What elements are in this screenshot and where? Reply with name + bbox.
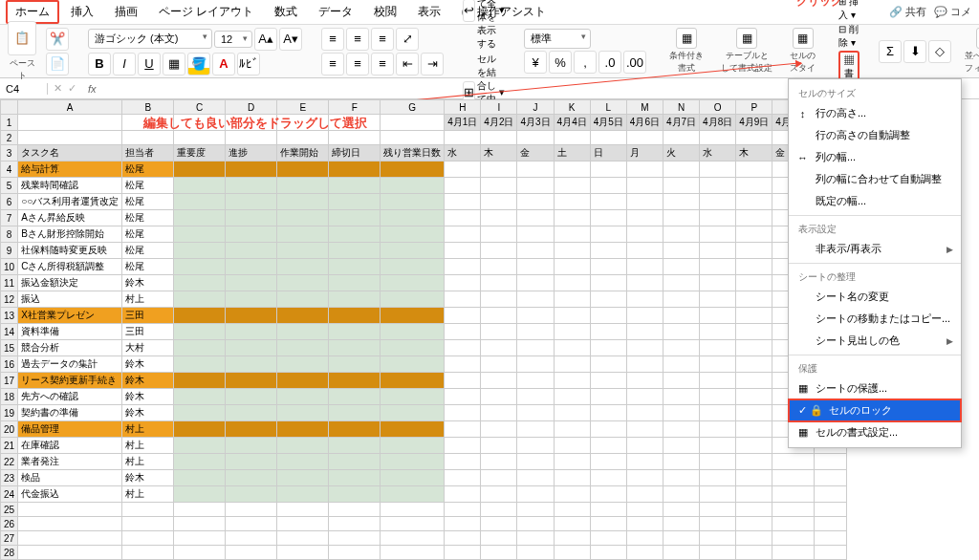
col-header[interactable]: O: [700, 100, 736, 115]
cell[interactable]: [329, 405, 381, 421]
cell[interactable]: [517, 356, 554, 373]
cell[interactable]: [626, 210, 663, 226]
cell[interactable]: [700, 324, 736, 340]
cell[interactable]: [590, 486, 626, 503]
cell[interactable]: 松尾: [122, 243, 174, 259]
cell[interactable]: [700, 356, 736, 373]
cell[interactable]: [554, 517, 590, 531]
cell[interactable]: [517, 131, 554, 145]
cell[interactable]: [174, 531, 226, 546]
cell[interactable]: [329, 308, 381, 324]
cell[interactable]: [626, 291, 663, 308]
cell[interactable]: [329, 531, 381, 546]
phonetic-button[interactable]: ﾙﾋﾞ: [237, 53, 260, 75]
cell[interactable]: [590, 291, 626, 308]
indent-dec-icon[interactable]: ⇤: [396, 53, 419, 75]
dd-default-width[interactable]: 既定の幅...: [789, 190, 961, 212]
cell[interactable]: 4月3日: [517, 115, 554, 131]
cell[interactable]: [481, 340, 517, 356]
cell[interactable]: [445, 259, 481, 275]
cell[interactable]: [381, 470, 445, 486]
orientation-icon[interactable]: ⤢: [396, 28, 419, 51]
cell[interactable]: [554, 340, 590, 356]
cell[interactable]: [554, 243, 590, 259]
cell[interactable]: [18, 531, 122, 546]
cell[interactable]: 水: [700, 145, 736, 162]
cell[interactable]: [517, 243, 554, 259]
cell[interactable]: [626, 531, 663, 546]
cell[interactable]: [174, 517, 226, 531]
cell[interactable]: [663, 308, 699, 324]
cell[interactable]: 三田: [122, 324, 174, 340]
cell[interactable]: 村上: [122, 421, 174, 438]
row-header[interactable]: 18: [1, 389, 18, 405]
align-top-icon[interactable]: ≡: [321, 28, 344, 51]
cell[interactable]: [226, 324, 277, 340]
cell[interactable]: [381, 178, 445, 194]
cell[interactable]: [590, 131, 626, 145]
cell[interactable]: 4月1日: [445, 115, 481, 131]
row-header[interactable]: 9: [1, 243, 18, 259]
cell[interactable]: [226, 162, 277, 178]
number-format-select[interactable]: 標準: [524, 29, 591, 49]
cell[interactable]: [277, 438, 329, 454]
cell[interactable]: [772, 503, 815, 517]
cell[interactable]: 木: [736, 145, 772, 162]
dd-row-autofit[interactable]: 行の高さの自動調整: [789, 124, 961, 146]
italic-button[interactable]: I: [113, 53, 136, 75]
menu-review[interactable]: 校閲: [364, 0, 406, 24]
cell[interactable]: [329, 470, 381, 486]
cell[interactable]: [174, 486, 226, 503]
cell[interactable]: [445, 340, 481, 356]
cell[interactable]: [700, 259, 736, 275]
cell[interactable]: [18, 517, 122, 531]
conditional-format-button[interactable]: ▦条件付き 書式: [665, 26, 707, 76]
cell[interactable]: [590, 405, 626, 421]
cell[interactable]: [736, 517, 772, 531]
font-color-button[interactable]: A: [212, 53, 235, 75]
cell[interactable]: 松尾: [122, 226, 174, 243]
cell[interactable]: 作業開始: [277, 145, 329, 162]
cell[interactable]: [122, 131, 174, 145]
cell[interactable]: [700, 454, 736, 470]
cell[interactable]: [174, 340, 226, 356]
cell[interactable]: [700, 438, 736, 454]
cell[interactable]: 村上: [122, 291, 174, 308]
cell[interactable]: [329, 291, 381, 308]
cell[interactable]: [174, 210, 226, 226]
cell[interactable]: [590, 389, 626, 405]
dd-hide-unhide[interactable]: 非表示/再表示▶: [789, 238, 961, 260]
cell[interactable]: [554, 194, 590, 210]
cell[interactable]: [18, 503, 122, 517]
cell[interactable]: [590, 438, 626, 454]
cell[interactable]: [445, 373, 481, 389]
cell[interactable]: [226, 405, 277, 421]
cell[interactable]: [626, 405, 663, 421]
cell[interactable]: [381, 162, 445, 178]
cell[interactable]: [554, 405, 590, 421]
cell[interactable]: [277, 421, 329, 438]
cell[interactable]: [554, 226, 590, 243]
cell[interactable]: 4月5日: [590, 115, 626, 131]
cell[interactable]: [700, 470, 736, 486]
inc-decimal-icon[interactable]: .0: [598, 51, 621, 74]
cell[interactable]: [226, 259, 277, 275]
cell[interactable]: [329, 373, 381, 389]
decrease-font-icon[interactable]: A▾: [279, 28, 302, 51]
cell[interactable]: 在庫確認: [18, 438, 122, 454]
cell[interactable]: [517, 308, 554, 324]
cancel-icon[interactable]: ✕: [54, 82, 62, 95]
cell[interactable]: 重要度: [174, 145, 226, 162]
cell[interactable]: [663, 340, 699, 356]
cell[interactable]: [590, 470, 626, 486]
cell[interactable]: 松尾: [122, 210, 174, 226]
cell[interactable]: [590, 226, 626, 243]
col-header[interactable]: M: [626, 100, 663, 115]
cell[interactable]: [554, 275, 590, 291]
cell[interactable]: [481, 421, 517, 438]
cell[interactable]: [226, 421, 277, 438]
name-box[interactable]: C4: [0, 83, 48, 95]
dd-col-autofit[interactable]: 列の幅に合わせて自動調整: [789, 168, 961, 190]
cell[interactable]: [381, 405, 445, 421]
cell[interactable]: [590, 356, 626, 373]
